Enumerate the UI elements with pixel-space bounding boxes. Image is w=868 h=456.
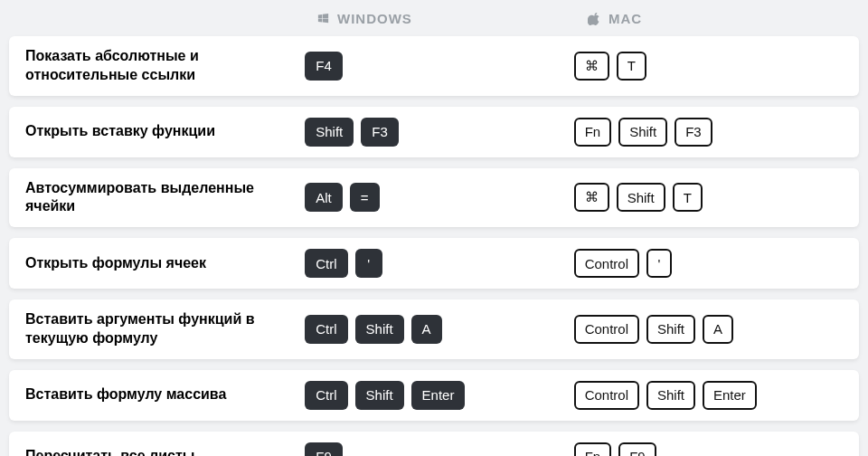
key: ' (355, 249, 382, 278)
header-mac-label: MAC (609, 11, 642, 26)
shortcut-row: Открыть вставку функцииShiftF3FnShiftF3 (9, 107, 859, 157)
shortcut-row: Пересчитать все листыF9FnF9 (9, 432, 859, 456)
key: Shift (646, 381, 695, 410)
windows-keys: CtrlShiftA (305, 315, 573, 344)
key: Ctrl (305, 315, 347, 344)
key: Control (574, 315, 639, 344)
shortcut-table: WINDOWS MAC Показать абсолютные и относи… (0, 0, 868, 456)
key: T (617, 52, 646, 81)
shortcut-description: Открыть вставку функции (25, 122, 305, 141)
mac-keys: Control' (574, 249, 843, 278)
key: Shift (646, 315, 695, 344)
windows-keys: CtrlShiftEnter (305, 381, 573, 410)
key: A (703, 315, 733, 344)
key: F3 (361, 118, 399, 147)
header-mac: MAC (588, 11, 859, 26)
header-windows: WINDOWS (316, 11, 588, 26)
shortcut-description: Вставить формулу массива (25, 385, 305, 404)
key: F9 (305, 442, 343, 456)
key: Enter (703, 381, 757, 410)
shortcut-description: Вставить аргументы функций в текущую фор… (25, 310, 305, 348)
windows-keys: ShiftF3 (305, 118, 573, 147)
key: Ctrl (305, 381, 347, 410)
windows-keys: Ctrl' (305, 249, 573, 278)
key: Alt (305, 183, 343, 212)
shortcut-description: Пересчитать все листы (25, 447, 305, 456)
key: Ctrl (305, 249, 347, 278)
header-row: WINDOWS MAC (9, 0, 859, 36)
key: = (350, 183, 380, 212)
mac-keys: ControlShiftEnter (574, 381, 843, 410)
key: Shift (305, 118, 354, 147)
windows-keys: F4 (305, 52, 573, 81)
shortcut-row: Вставить формулу массиваCtrlShiftEnterCo… (9, 370, 859, 421)
key: Shift (355, 315, 404, 344)
shortcut-row: Автосуммировать выделенные ячейкиAlt=⌘Sh… (9, 168, 859, 228)
key: ⌘ (574, 52, 609, 81)
shortcut-description: Показать абсолютные и относительные ссыл… (25, 47, 305, 85)
rows-container: Показать абсолютные и относительные ссыл… (9, 36, 859, 456)
key: Control (574, 249, 639, 278)
shortcut-row: Показать абсолютные и относительные ссыл… (9, 36, 859, 96)
key: F3 (675, 118, 712, 147)
windows-keys: Alt= (305, 183, 573, 212)
key: Shift (355, 381, 404, 410)
key: Fn (574, 118, 612, 147)
key: ' (646, 249, 672, 278)
mac-keys: ControlShiftA (574, 315, 843, 344)
key: ⌘ (574, 183, 609, 212)
apple-icon (588, 12, 601, 25)
key: Shift (618, 118, 667, 147)
key: Enter (411, 381, 466, 410)
key: Shift (617, 183, 665, 212)
shortcut-description: Автосуммировать выделенные ячейки (25, 179, 305, 217)
shortcut-row: Вставить аргументы функций в текущую фор… (9, 299, 859, 359)
mac-keys: ⌘ShiftT (574, 183, 843, 212)
shortcut-description: Открыть формулы ячеек (25, 254, 305, 273)
windows-icon (316, 12, 330, 25)
key: F4 (305, 52, 343, 81)
key: A (411, 315, 442, 344)
mac-keys: FnF9 (574, 442, 843, 456)
key: F9 (618, 442, 656, 456)
key: T (673, 183, 703, 212)
key: Fn (574, 442, 612, 456)
mac-keys: FnShiftF3 (574, 118, 843, 147)
mac-keys: ⌘T (574, 52, 843, 81)
key: Control (574, 381, 639, 410)
header-windows-label: WINDOWS (337, 11, 412, 26)
windows-keys: F9 (305, 442, 573, 456)
shortcut-row: Открыть формулы ячеекCtrl'Control' (9, 238, 859, 289)
